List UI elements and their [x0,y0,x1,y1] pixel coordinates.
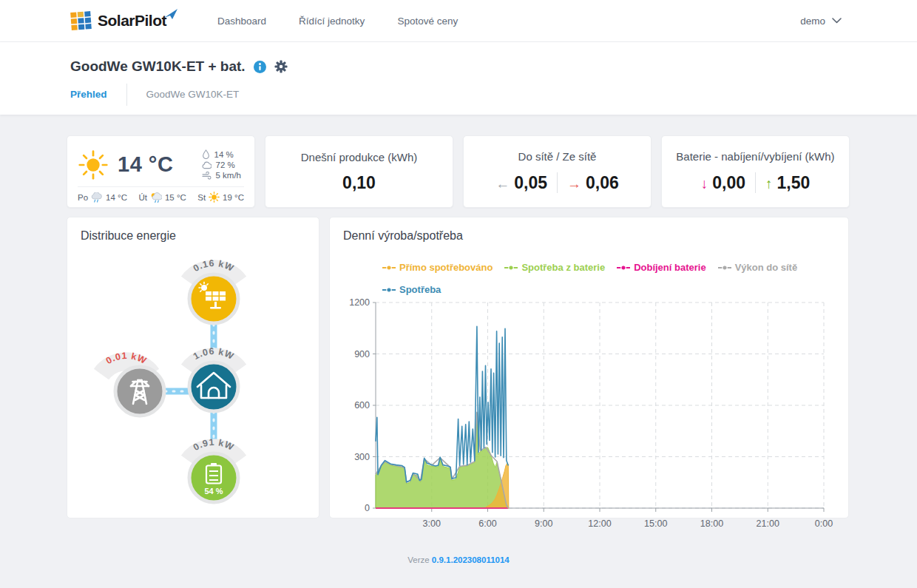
tab-divider [126,84,127,106]
wind-icon [202,172,212,180]
svg-text:600: 600 [354,400,370,410]
arrow-left-icon: ← [495,176,510,192]
from-grid-value: →0,06 [567,173,619,193]
current-temperature: 14 °C [118,152,173,177]
svg-text:18:00: 18:00 [700,518,723,529]
sun-icon [78,149,109,180]
droplet-icon [202,149,210,159]
forecast-day: Út 15 °C [138,192,186,203]
svg-text:6:00: 6:00 [478,518,496,529]
battery-energy-title: Baterie - nabíjení/vybíjení (kWh) [676,150,834,163]
logo-arrow-icon [164,9,179,20]
legend-label: Spotřeba [399,284,441,295]
energy-distribution-panel: Distribuce energie [67,217,319,518]
production-value: 0,10 [342,173,376,193]
arrow-right-icon: → [567,176,581,192]
humidity-stat: 14 % [202,149,241,159]
battery-charge-value: ↓0,00 [701,173,745,193]
legend-label: Výkon do sítě [735,262,798,273]
energy-flow-diagram: 0.16 kW 0.01 kW 1.06 kW 0.91 kW [81,246,307,512]
svg-text:21:00: 21:00 [757,518,779,529]
legend-label: Spotřeba z baterie [521,262,605,273]
info-icon[interactable] [254,61,266,73]
user-name: demo [800,16,825,27]
legend-item[interactable]: Spotřeba z baterie [504,262,605,273]
legend-item[interactable]: Spotřeba [382,284,441,295]
value-divider [755,172,756,193]
version-footer: Verze 0.9.1.202308011014 [67,555,850,564]
brand-name: SolarPilot [98,12,166,30]
svg-text:300: 300 [354,452,370,462]
chart-legend: Přímo spotřebovánoSpotřeba z baterieDobí… [382,262,835,295]
user-menu[interactable]: demo [800,16,842,27]
tab-goodwe-gw10k[interactable]: GoodWe GW10K-ET [146,89,240,107]
svg-text:15:00: 15:00 [644,518,667,529]
legend-item[interactable]: Dobíjení baterie [616,262,706,273]
main-nav: Dashboard Řídící jednotky Spotové ceny [217,16,458,27]
weather-card: 14 °C 14 % 72 % [67,135,255,208]
legend-label: Přímo spotřebováno [399,262,493,273]
top-navbar: SolarPilot Dashboard Řídící jednotky Spo… [0,0,917,42]
battery-soc-label: 54 % [204,487,223,496]
cloudiness-stat: 72 % [202,160,241,169]
to-grid-value: ←0,05 [495,173,547,193]
grid-exchange-title: Do sítě / Ze sítě [518,150,597,163]
brand-logo[interactable]: SolarPilot [70,11,186,30]
solar-panel-logo-icon [70,11,92,30]
svg-text:3:00: 3:00 [423,518,441,529]
sun-rain-cloud-icon [150,192,162,203]
arrow-down-icon: ↓ [701,176,708,192]
svg-text:1200: 1200 [349,297,370,308]
header-tabs: Přehled GoodWe GW10K-ET [70,87,847,109]
legend-label: Dobíjení baterie [634,262,706,273]
page-header: GoodWe GW10K-ET + bat. Přehled Goo [0,42,917,115]
production-title: Dnešní produkce (kWh) [301,151,418,163]
svg-text:0: 0 [365,503,370,513]
svg-text:12:00: 12:00 [588,518,611,529]
value-divider [557,172,558,193]
legend-marker-icon [382,264,396,271]
daily-production-panel: Denní výroba/spotřeba Přímo spotřebováno… [329,217,849,518]
svg-text:0:00: 0:00 [815,518,833,529]
grid-node[interactable] [115,367,164,416]
cloud-icon [202,161,212,169]
battery-node[interactable]: 54 % [189,453,238,502]
legend-item[interactable]: Přímo spotřebováno [382,262,493,273]
legend-marker-icon [616,264,631,271]
version-label: Verze [407,555,429,564]
daily-production-chart: 030060090012003:006:009:0012:0015:0018:0… [343,297,834,533]
nav-item-dashboard[interactable]: Dashboard [217,16,266,27]
chart-title: Denní výroba/spotřeba [343,229,835,243]
forecast-day: Po 14 °C [78,192,127,203]
rain-cloud-icon [91,192,103,203]
grid-exchange-card: Do sítě / Ze sítě ←0,05 →0,06 [463,135,652,208]
battery-discharge-value: ↑1,50 [765,173,810,193]
chevron-down-icon [832,18,842,24]
weather-forecast: Po 14 °C Út [78,186,244,203]
svg-text:9:00: 9:00 [535,518,552,529]
forecast-day: St 19 °C [197,192,244,203]
solar-node[interactable] [189,274,238,323]
battery-energy-card: Baterie - nabíjení/vybíjení (kWh) ↓0,00 … [661,135,850,208]
arrow-up-icon: ↑ [765,176,773,192]
nav-item-control-units[interactable]: Řídící jednotky [299,16,365,27]
legend-marker-icon [717,264,732,271]
house-node[interactable] [189,362,238,411]
tab-overview[interactable]: Přehled [70,89,107,107]
legend-marker-icon [382,286,396,294]
nav-item-spot-prices[interactable]: Spotové ceny [397,16,458,27]
svg-text:900: 900 [354,349,370,359]
sun-icon [209,192,220,203]
version-number[interactable]: 0.9.1.202308011014 [432,555,510,564]
legend-item[interactable]: Výkon do sítě [717,262,798,273]
page-title: GoodWe GW10K-ET + bat. [70,58,246,75]
wind-stat: 5 km/h [202,171,241,180]
gear-icon[interactable] [274,60,288,73]
solarpilot-dashboard: SolarPilot Dashboard Řídící jednotky Spo… [0,0,917,588]
production-card: Dnešní produkce (kWh) 0,10 [265,135,453,208]
dashboard-content: 14 °C 14 % 72 % [0,115,917,564]
distribution-title: Distribuce energie [81,229,305,243]
legend-marker-icon [504,264,518,271]
